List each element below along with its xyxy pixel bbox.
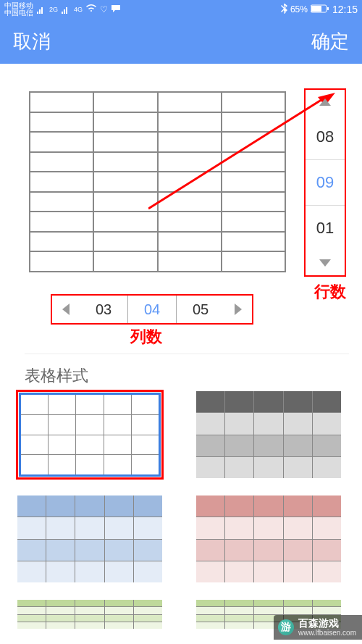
col-count-label: 列数 bbox=[130, 326, 162, 348]
row-value-selected[interactable]: 09 bbox=[306, 159, 345, 205]
net-1: 2G bbox=[49, 6, 58, 13]
row-down-button[interactable] bbox=[306, 251, 345, 275]
carrier-labels: 中国移动 中国电信 bbox=[4, 2, 33, 17]
style-gray-banded[interactable] bbox=[196, 391, 341, 478]
col-right-button[interactable] bbox=[224, 296, 252, 323]
svg-marker-6 bbox=[319, 259, 331, 267]
table-style-title: 表格样式 bbox=[25, 365, 88, 387]
carrier-2: 中国电信 bbox=[4, 9, 33, 17]
wifi-icon bbox=[85, 4, 97, 15]
confirm-button[interactable]: 确定 bbox=[311, 29, 349, 54]
table-style-grid bbox=[17, 391, 349, 629]
row-count-spinner[interactable]: 08 09 01 bbox=[304, 88, 346, 277]
row-value-next[interactable]: 01 bbox=[306, 205, 345, 251]
col-value-selected[interactable]: 04 bbox=[127, 296, 176, 323]
col-left-button[interactable] bbox=[52, 296, 80, 323]
svg-marker-5 bbox=[319, 99, 331, 106]
chat-icon bbox=[111, 4, 121, 15]
heart-icon: ♡ bbox=[100, 4, 108, 14]
row-up-button[interactable] bbox=[306, 90, 345, 114]
battery-icon bbox=[311, 4, 329, 15]
svg-marker-8 bbox=[235, 304, 242, 315]
row-value-prev[interactable]: 08 bbox=[306, 114, 345, 159]
status-bar: 中国移动 中国电信 2G 4G ♡ 65% 12:15 bbox=[0, 0, 362, 19]
style-red-banded[interactable] bbox=[196, 495, 341, 582]
signal-1-icon bbox=[36, 4, 46, 14]
status-left: 中国移动 中国电信 2G 4G ♡ bbox=[4, 2, 121, 17]
style-green-banded[interactable] bbox=[17, 600, 162, 629]
battery-pct: 65% bbox=[290, 4, 308, 14]
svg-marker-7 bbox=[62, 304, 70, 315]
svg-rect-2 bbox=[327, 7, 329, 10]
header-bar: 取消 确定 bbox=[0, 19, 362, 64]
row-count-label: 行数 bbox=[314, 281, 346, 303]
watermark: 游 百森游戏 www.lfbaisen.com bbox=[274, 615, 362, 640]
col-count-spinner[interactable]: 03 04 05 bbox=[51, 294, 253, 325]
cancel-button[interactable]: 取消 bbox=[13, 29, 51, 54]
section-divider bbox=[25, 354, 349, 354]
style-plain-white[interactable] bbox=[17, 391, 162, 478]
col-value-prev[interactable]: 03 bbox=[80, 296, 127, 323]
bluetooth-icon bbox=[281, 4, 287, 16]
status-right: 65% 12:15 bbox=[281, 4, 358, 16]
clock-time: 12:15 bbox=[332, 4, 358, 15]
signal-2-icon bbox=[61, 4, 71, 14]
net-2: 4G bbox=[74, 6, 83, 13]
watermark-logo-icon: 游 bbox=[278, 619, 294, 635]
table-preview bbox=[29, 91, 286, 272]
svg-rect-1 bbox=[311, 6, 321, 12]
watermark-brand: 百森游戏 bbox=[298, 618, 356, 629]
watermark-url: www.lfbaisen.com bbox=[298, 629, 356, 637]
col-value-next[interactable]: 05 bbox=[176, 296, 224, 323]
style-blue-banded[interactable] bbox=[17, 495, 162, 582]
